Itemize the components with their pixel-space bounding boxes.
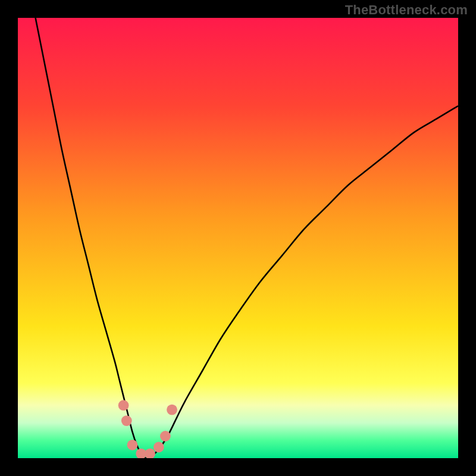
chart-frame: TheBottleneck.com: [0, 0, 476, 476]
highlight-marker: [167, 405, 177, 415]
highlight-marker: [127, 440, 138, 450]
watermark-text: TheBottleneck.com: [345, 2, 468, 18]
gradient-rect: [18, 18, 458, 458]
highlight-marker: [121, 415, 132, 426]
highlight-marker: [154, 442, 164, 453]
bottleneck-plot: [18, 18, 458, 458]
highlight-marker: [160, 431, 171, 441]
highlight-marker: [118, 400, 129, 411]
